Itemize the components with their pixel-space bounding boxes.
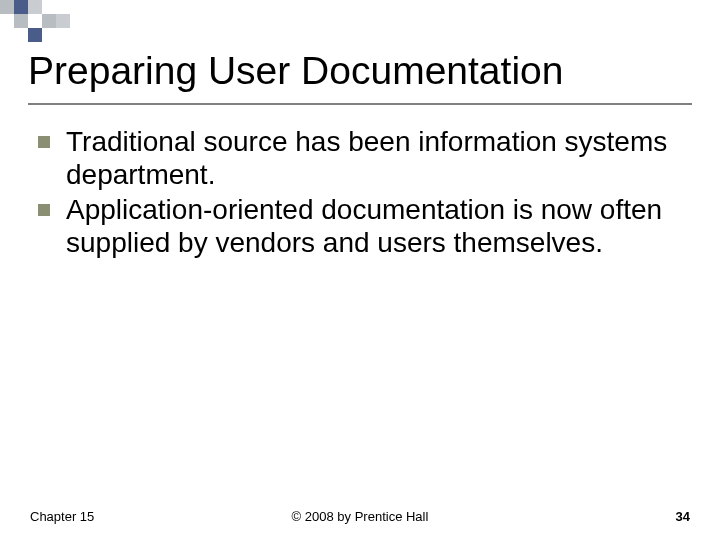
logo-square bbox=[14, 14, 28, 28]
footer: Chapter 15 © 2008 by Prentice Hall 34 bbox=[0, 509, 720, 524]
bullet-text: Application-oriented documentation is no… bbox=[66, 193, 690, 259]
footer-left: Chapter 15 bbox=[30, 509, 94, 524]
logo-square bbox=[42, 14, 56, 28]
footer-center: © 2008 by Prentice Hall bbox=[292, 509, 429, 524]
body-content: Traditional source has been information … bbox=[0, 105, 720, 259]
logo-square bbox=[28, 0, 42, 14]
footer-right: 34 bbox=[676, 509, 690, 524]
slide-title: Preparing User Documentation bbox=[28, 50, 692, 93]
bullet-item: Traditional source has been information … bbox=[30, 125, 690, 191]
bullet-square-icon bbox=[38, 204, 50, 216]
bullet-text: Traditional source has been information … bbox=[66, 125, 690, 191]
logo-square bbox=[56, 14, 70, 28]
bullet-item: Application-oriented documentation is no… bbox=[30, 193, 690, 259]
logo-squares bbox=[0, 0, 100, 42]
logo-square bbox=[28, 28, 42, 42]
logo-square bbox=[0, 0, 14, 14]
bullet-square-icon bbox=[38, 136, 50, 148]
logo-square bbox=[14, 0, 28, 14]
title-block: Preparing User Documentation bbox=[0, 42, 720, 97]
